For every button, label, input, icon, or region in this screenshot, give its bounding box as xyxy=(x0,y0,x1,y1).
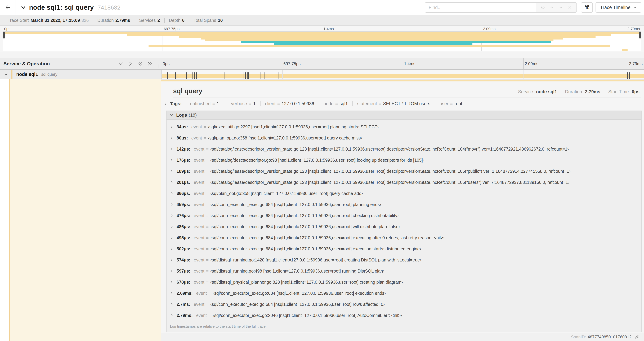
summary-value: March 31 2022, 17:25:09 xyxy=(31,18,80,23)
log-marker-tick[interactable] xyxy=(224,72,225,79)
collapse-one-chevron-down-icon[interactable] xyxy=(118,61,124,67)
log-entry-row[interactable]: 678μs: event = ‹sql/distsql_physical_pla… xyxy=(166,276,641,288)
view-selector-button[interactable]: Trace Timeline xyxy=(596,2,641,13)
log-field-key: event xyxy=(194,202,204,207)
names-column-gutter xyxy=(0,79,161,341)
focus-match-icon[interactable] xyxy=(538,5,548,10)
log-entry-row[interactable]: 80μs: event = ‹sql/plan_opt.go:358 [nsql… xyxy=(166,132,641,143)
span-detail-header: sql query Service: node sql1 Duration: 2… xyxy=(161,82,644,98)
log-field-value: ‹sql/plan_opt.go:358 [nsql1,client=127.0… xyxy=(210,191,363,196)
ruler-tick-label: 1.4ms xyxy=(403,61,415,66)
log-entry-row[interactable]: 176μs: event = ‹sql/catalog/descs/descri… xyxy=(166,155,641,166)
log-entry-row[interactable]: 366μs: event = ‹sql/plan_opt.go:358 [nsq… xyxy=(166,188,641,199)
ruler-tick-label: 697.75μs xyxy=(162,27,180,31)
log-marker-tick[interactable] xyxy=(196,72,197,79)
log-entry-row[interactable]: 476μs: event = ‹sql/conn_executor_exec.g… xyxy=(166,210,641,221)
log-marker-tick[interactable] xyxy=(260,72,261,79)
log-entry-row[interactable]: 142μs: event = ‹sql/catalog/lease/descri… xyxy=(166,143,641,155)
chevron-down-icon[interactable] xyxy=(21,5,26,10)
log-entry-row[interactable]: 502μs: event = ‹sql/conn_executor_exec.g… xyxy=(166,243,641,254)
minimap-right-scrubber-handle[interactable] xyxy=(639,32,641,39)
log-marker-tick[interactable] xyxy=(175,72,176,79)
chevron-right-icon xyxy=(170,181,174,184)
log-marker-tick[interactable] xyxy=(264,72,265,79)
log-marker-tick[interactable] xyxy=(241,72,241,79)
log-field-value: ‹sql/catalog/lease/descriptor_version_st… xyxy=(210,180,570,185)
log-entry-row[interactable]: 459μs: event = ‹sql/conn_executor_exec.g… xyxy=(166,199,641,210)
log-entry-row[interactable]: 597μs: event = ‹sql/distsql_running.go:4… xyxy=(166,265,641,276)
log-entry-row[interactable]: 574μs: event = ‹sql/distsql_running.go:1… xyxy=(166,254,641,265)
log-timestamp: 2.79ms: xyxy=(176,313,193,318)
log-entry-row[interactable]: 189μs: event = ‹sql/catalog/lease/descri… xyxy=(166,166,641,177)
collapse-all-double-chevron-down-icon[interactable] xyxy=(138,61,143,67)
column-resizer-handle[interactable] xyxy=(158,65,160,68)
log-entry-row[interactable]: 34μs: event = ‹sql/exec_util.go:2297 [ns… xyxy=(166,121,641,132)
tag-value: 1 xyxy=(217,101,219,106)
log-marker-tick[interactable] xyxy=(627,72,628,79)
log-marker-tick[interactable] xyxy=(192,72,192,79)
log-marker-tick[interactable] xyxy=(248,72,249,79)
log-marker-tick[interactable] xyxy=(245,72,246,79)
link-icon[interactable] xyxy=(635,334,640,339)
logs-section: Logs (18) 34μs: event = xyxy=(166,111,642,332)
log-marker-tick[interactable] xyxy=(629,72,630,79)
ruler-tick-label: 0μs xyxy=(161,61,170,66)
log-field-key: event xyxy=(194,269,204,274)
log-marker-tick[interactable] xyxy=(244,72,244,79)
minimap-left-scrubber-handle[interactable] xyxy=(3,32,5,39)
log-entry-row[interactable]: 2.69ms: event = ‹sql/conn_executor_exec.… xyxy=(166,288,641,299)
span-meta-item: Duration: 2.79ms xyxy=(561,89,604,94)
log-marker-tick[interactable] xyxy=(278,72,279,79)
meta-label: Duration: xyxy=(565,89,584,94)
prev-match-chevron-up-icon[interactable] xyxy=(548,5,556,10)
span-name-cell[interactable]: node sql1 sql query xyxy=(0,70,161,79)
chevron-right-icon xyxy=(164,102,168,106)
keyboard-shortcuts-button[interactable]: ⌘ xyxy=(581,2,593,13)
find-input[interactable] xyxy=(425,2,536,13)
clear-search-x-icon[interactable] xyxy=(566,5,574,10)
log-timestamp: 2.7ms: xyxy=(176,302,190,307)
chevron-down-icon[interactable] xyxy=(4,72,8,76)
log-timestamp: 2.69ms: xyxy=(176,291,193,296)
expand-one-chevron-right-icon[interactable] xyxy=(128,61,133,67)
trace-summary-item: Trace Start March 31 2022, 17:25:09 .326 xyxy=(4,18,93,23)
log-field-key: event xyxy=(191,124,202,129)
log-entry-row[interactable]: 201μs: event = ‹sql/catalog/lease/descri… xyxy=(166,177,641,188)
timeline-ruler: 0μs697.75μs1.4ms2.09ms2.79ms xyxy=(161,58,644,69)
tag-key: user xyxy=(440,101,448,106)
log-entry-row[interactable]: 2.79ms: event = ‹sql/conn_executor_exec.… xyxy=(166,310,641,321)
service-color-accent xyxy=(11,70,12,79)
expand-all-double-chevron-right-icon[interactable] xyxy=(147,61,153,67)
next-match-chevron-down-icon[interactable] xyxy=(556,5,566,10)
log-field-key: event xyxy=(194,180,204,185)
equals-sign: = xyxy=(206,158,208,163)
equals-sign: = xyxy=(206,302,208,307)
logs-count: (18) xyxy=(189,112,197,118)
minimap-canvas[interactable] xyxy=(3,32,641,51)
minimap-span-bar xyxy=(148,45,610,47)
chevron-right-icon xyxy=(170,302,174,306)
chevron-right-icon xyxy=(170,280,174,284)
command-icon: ⌘ xyxy=(584,4,590,11)
log-entry-row[interactable]: 486μs: event = ‹sql/conn_executor_exec.g… xyxy=(166,221,641,232)
span-detail-content: sql query Service: node sql1 Duration: 2… xyxy=(161,82,644,341)
log-marker-tick[interactable] xyxy=(194,72,195,79)
trace-summary-item: Duration 2.79ms xyxy=(93,18,134,23)
log-entry-row[interactable]: 495μs: event = ‹sql/conn_executor_exec.g… xyxy=(166,232,641,243)
summary-label: Duration xyxy=(97,18,114,23)
log-field-key: event xyxy=(194,169,204,174)
tags-row[interactable]: Tags: _unfinished = 1 _verbose xyxy=(161,98,644,109)
log-entry-row[interactable]: 2.7ms: event = ‹sql/conn_executor_exec.g… xyxy=(166,299,641,310)
log-timestamp: 495μs: xyxy=(176,235,190,240)
log-field-key: event xyxy=(194,213,204,218)
equals-sign: = xyxy=(378,101,381,106)
span-color-strip xyxy=(161,80,644,82)
summary-label: Services xyxy=(139,18,156,23)
log-marker-tick[interactable] xyxy=(247,72,248,79)
back-button[interactable] xyxy=(0,0,16,15)
logs-header[interactable]: Logs (18) xyxy=(166,111,641,120)
top-bar: node sql1: sql query 7418682 xyxy=(0,0,644,15)
log-marker-tick[interactable] xyxy=(167,72,168,79)
log-marker-tick[interactable] xyxy=(186,72,186,79)
span-bar-cell xyxy=(161,70,644,79)
